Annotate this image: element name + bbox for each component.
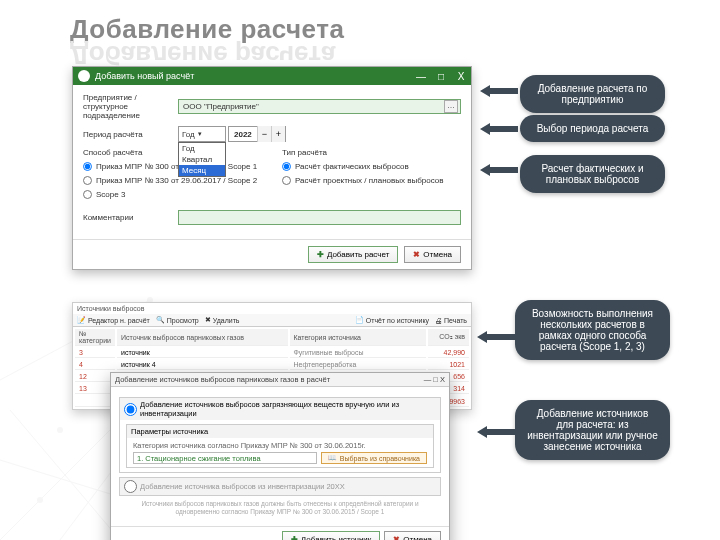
col-cat: Категория источника — [290, 329, 427, 346]
window-close[interactable]: X — [440, 375, 445, 384]
chevron-down-icon: ▾ — [198, 130, 202, 138]
callout-enterprise: Добавление расчета по предприятию — [520, 75, 665, 113]
label-method: Способ расчёта — [83, 148, 262, 157]
callout-type: Расчет фактических и плановых выбросов — [520, 155, 665, 193]
arrow-icon — [480, 84, 518, 98]
label-type: Тип расчёта — [282, 148, 461, 157]
type-option-2[interactable]: Расчёт проектных / плановых выбросов — [282, 176, 461, 185]
period-option-quarter[interactable]: Квартал — [179, 154, 225, 165]
enterprise-value: ООО "Предприятие" — [183, 102, 259, 111]
year-increment[interactable]: + — [271, 126, 285, 142]
dialog-title: Добавить новый расчёт — [95, 71, 194, 81]
tab-report[interactable]: 📄 Отчёт по источнику — [355, 316, 429, 324]
tab-editor[interactable]: 📝 Редактор н. расчёт — [77, 316, 150, 324]
svg-marker-16 — [477, 426, 515, 438]
add-calculation-dialog: Добавить новый расчёт — □ X Предприятие … — [72, 66, 472, 270]
label-period: Период расчёта — [83, 130, 178, 139]
radio-manual[interactable] — [124, 403, 137, 416]
pick-from-catalog-button[interactable]: 📖 Выбрать из справочника — [321, 452, 427, 464]
svg-marker-14 — [480, 164, 518, 176]
group-from-inventory: Добавление источника выбросов из инвента… — [119, 477, 441, 496]
window-maximize[interactable]: □ — [431, 71, 451, 82]
method-option-3[interactable]: Scope 3 — [83, 190, 262, 199]
radio-input[interactable] — [83, 190, 92, 199]
table-row[interactable]: 3источникФугитивные выбросы42,990 — [75, 348, 469, 358]
year-stepper: 2022 − + — [228, 126, 286, 142]
period-option-month[interactable]: Месяц — [179, 165, 225, 176]
cancel-button[interactable]: ✖Отмена — [384, 531, 441, 540]
type-option-1[interactable]: Расчёт фактических выбросов — [282, 162, 461, 171]
method-option-1[interactable]: Приказ МПР № 300 от 30.06.2015 / Scope 1 — [83, 162, 262, 171]
enterprise-field[interactable]: ООО "Предприятие" … — [178, 99, 461, 114]
window-minimize[interactable]: — — [411, 71, 431, 82]
callout-sources: Добавление источников для расчета: из ин… — [515, 400, 670, 460]
callout-period: Выбор периода расчета — [520, 115, 665, 142]
arrow-icon — [480, 163, 518, 177]
group-manual: Добавление источников выбросов загрязняю… — [119, 397, 441, 473]
cat-label: Категория источника согласно Приказу МПР… — [133, 441, 427, 450]
svg-marker-12 — [480, 85, 518, 97]
year-decrement[interactable]: − — [257, 126, 271, 142]
dialog-titlebar: Добавить новый расчёт — □ X — [73, 67, 471, 85]
period-dropdown: Год Квартал Месяц — [178, 142, 226, 177]
col-co2: CO₂ экв — [428, 329, 469, 346]
window-minimize[interactable]: — — [424, 375, 432, 384]
radio-input[interactable] — [83, 162, 92, 171]
arrow-icon — [480, 122, 518, 136]
window-close[interactable]: X — [451, 71, 471, 82]
category-field[interactable]: 1. Стационарное сжигание топлива — [133, 452, 317, 464]
radio-input[interactable] — [83, 176, 92, 185]
table-row[interactable]: 4источник 4Нефтепереработка1021 — [75, 360, 469, 370]
col-src: Источник выбросов парниковых газов — [117, 329, 288, 346]
sources-toolbar: 📝 Редактор н. расчёт 🔍 Просмотр ✖ Удалит… — [73, 314, 471, 327]
cancel-icon: ✖ — [393, 535, 400, 540]
label-comments: Комментарии — [83, 213, 178, 222]
radio-inventory[interactable] — [124, 480, 137, 493]
radio-input[interactable] — [282, 176, 291, 185]
add-source-button[interactable]: ✚Добавить источник — [282, 531, 380, 540]
period-select[interactable]: Год ▾ — [178, 126, 226, 142]
auto-fill-note: Источники выбросов парниковых газов долж… — [129, 500, 431, 516]
cancel-icon: ✖ — [413, 250, 420, 259]
add-calculation-button[interactable]: ✚Добавить расчет — [308, 246, 398, 263]
plus-icon: ✚ — [317, 250, 324, 259]
panel-caption: Источники выбросов — [73, 303, 471, 314]
arrow-icon — [477, 425, 515, 439]
comments-field[interactable] — [178, 210, 461, 225]
tab-print[interactable]: 🖨 Печать — [435, 317, 467, 324]
arrow-icon — [477, 330, 515, 344]
col-num: № категории — [75, 329, 115, 346]
enterprise-picker-button[interactable]: … — [444, 100, 458, 113]
callout-scope: Возможность выполнения нескольких расчет… — [515, 300, 670, 360]
params-title: Параметры источника — [127, 425, 433, 438]
window-maximize[interactable]: □ — [433, 375, 438, 384]
year-value: 2022 — [229, 130, 257, 139]
method-option-2[interactable]: Приказ МПР № 330 от 29.06.2017 / Scope 2 — [83, 176, 262, 185]
dialog2-titlebar: Добавление источников выбросов парниковы… — [111, 373, 449, 387]
period-option-year[interactable]: Год — [179, 143, 225, 154]
add-source-dialog: Добавление источников выбросов парниковы… — [110, 372, 450, 540]
dialog2-title: Добавление источников выбросов парниковы… — [115, 375, 330, 384]
plus-icon: ✚ — [291, 535, 298, 540]
radio-input[interactable] — [282, 162, 291, 171]
period-selected: Год — [182, 130, 195, 139]
tab-delete[interactable]: ✖ Удалить — [205, 316, 240, 324]
app-icon — [78, 70, 90, 82]
label-enterprise: Предприятие / структурное подразделение — [83, 93, 178, 120]
cancel-button[interactable]: ✖Отмена — [404, 246, 461, 263]
svg-marker-13 — [480, 123, 518, 135]
tab-view[interactable]: 🔍 Просмотр — [156, 316, 199, 324]
table-header-row: № категории Источник выбросов парниковых… — [75, 329, 469, 346]
svg-marker-15 — [477, 331, 515, 343]
